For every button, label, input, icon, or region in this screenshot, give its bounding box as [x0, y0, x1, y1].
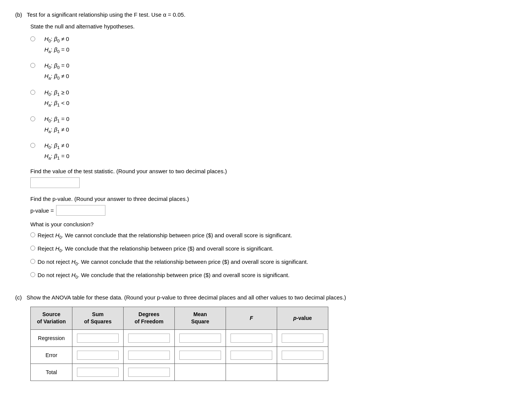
conclusion-option-3[interactable]: Do not reject H0. We cannot conclude tha…: [30, 258, 490, 267]
h0-3: H0: β1 ≥ 0: [44, 88, 69, 98]
part-c-intro: Show the ANOVA table for these data. (Ro…: [27, 294, 346, 301]
cell-error-ss[interactable]: [72, 346, 124, 364]
hypothesis-option-1[interactable]: H0: β0 ≠ 0 Ha: β0 = 0: [30, 34, 490, 55]
part-c-label: (c): [15, 294, 22, 301]
ha-4: Ha: β1 ≠ 0: [44, 125, 69, 135]
col-header-dof: Degreesof Freedom: [124, 307, 175, 329]
ha-1: Ha: β0 = 0: [44, 45, 69, 55]
col-header-mean: MeanSquare: [175, 307, 226, 329]
hypothesis-pair-4: H0: β1 = 0 Ha: β1 ≠ 0: [44, 114, 69, 135]
col-header-f: F: [226, 307, 277, 329]
part-b-header: (b) Test for a significant relationship …: [15, 11, 490, 18]
input-error-f[interactable]: [231, 351, 272, 360]
cell-error-ms[interactable]: [175, 346, 226, 364]
conclusion-option-1[interactable]: Reject H0. We cannot conclude that the r…: [30, 231, 490, 241]
input-total-dof[interactable]: [128, 368, 170, 377]
conclusion-radio-4[interactable]: [30, 272, 35, 277]
hypothesis-radio-2[interactable]: [30, 63, 35, 68]
test-stat-block: Find the value of the test statistic. (R…: [30, 168, 490, 188]
input-error-pvalue[interactable]: [282, 351, 323, 360]
cell-error-dof[interactable]: [124, 346, 175, 364]
cell-total-dof[interactable]: [124, 364, 175, 381]
hypothesis-radio-3[interactable]: [30, 90, 35, 95]
cell-total-ms[interactable]: [175, 364, 226, 381]
ha-5: Ha: β1 = 0: [44, 151, 69, 162]
row-label-total: Total: [31, 364, 72, 381]
pvalue-input[interactable]: [56, 205, 105, 216]
col-header-source: Sourceof Variation: [31, 307, 72, 329]
cell-regression-pvalue[interactable]: [277, 329, 328, 346]
conclusion-radio-3[interactable]: [30, 259, 35, 264]
part-b-label: (b): [15, 11, 22, 18]
part-c-header: (c) Show the ANOVA table for these data.…: [15, 294, 490, 301]
input-error-ss[interactable]: [77, 351, 119, 360]
conclusion-block: What is your conclusion? Reject H0. We c…: [30, 221, 490, 281]
input-regression-ss[interactable]: [77, 334, 119, 343]
h0-4: H0: β1 = 0: [44, 114, 69, 125]
conclusion-option-2[interactable]: Reject H0. We conclude that the relation…: [30, 244, 490, 254]
hypothesis-option-5[interactable]: H0: β1 ≠ 0 Ha: β1 = 0: [30, 141, 490, 162]
part-b-intro: Test for a significant relationship usin…: [27, 11, 185, 18]
cell-regression-f[interactable]: [226, 329, 277, 346]
part-c-section: (c) Show the ANOVA table for these data.…: [15, 294, 490, 381]
find-pvalue-label: Find the p-value. (Round your answer to …: [30, 196, 490, 202]
input-regression-pvalue[interactable]: [282, 334, 323, 343]
cell-regression-ss[interactable]: [72, 329, 124, 346]
input-total-ss[interactable]: [77, 368, 119, 377]
hypothesis-option-2[interactable]: H0: β0 = 0 Ha: β0 ≠ 0: [30, 61, 490, 82]
conclusion-prompt: What is your conclusion?: [30, 221, 490, 227]
cell-total-ss[interactable]: [72, 364, 124, 381]
ha-2: Ha: β0 ≠ 0: [44, 71, 69, 82]
input-error-ms[interactable]: [179, 351, 221, 360]
hypothesis-pair-3: H0: β1 ≥ 0 Ha: β1 < 0: [44, 88, 69, 109]
hypothesis-option-4[interactable]: H0: β1 = 0 Ha: β1 ≠ 0: [30, 114, 490, 135]
anova-row-total: Total: [31, 364, 328, 381]
conclusion-radio-1[interactable]: [30, 232, 35, 237]
anova-header-row: Sourceof Variation Sumof Squares Degrees…: [31, 307, 328, 329]
find-test-stat-label: Find the value of the test statistic. (R…: [30, 168, 490, 174]
input-regression-dof[interactable]: [128, 334, 170, 343]
part-b-section: (b) Test for a significant relationship …: [15, 11, 490, 281]
cell-regression-ms[interactable]: [175, 329, 226, 346]
col-header-sum: Sumof Squares: [72, 307, 124, 329]
test-stat-input[interactable]: [30, 177, 80, 188]
hypothesis-radio-1[interactable]: [30, 36, 35, 41]
cell-total-f: [226, 364, 277, 381]
conclusion-text-1: Reject H0. We cannot conclude that the r…: [38, 231, 292, 241]
hypothesis-pair-2: H0: β0 = 0 Ha: β0 ≠ 0: [44, 61, 69, 82]
hypothesis-radio-5[interactable]: [30, 143, 35, 148]
conclusion-option-4[interactable]: Do not reject H0. We conclude that the r…: [30, 271, 490, 281]
hypothesis-option-3[interactable]: H0: β1 ≥ 0 Ha: β1 < 0: [30, 88, 490, 109]
anova-table: Sourceof Variation Sumof Squares Degrees…: [30, 307, 328, 381]
hypothesis-pair-1: H0: β0 ≠ 0 Ha: β0 = 0: [44, 34, 69, 55]
col-header-pvalue: p-value: [277, 307, 328, 329]
h0-2: H0: β0 = 0: [44, 61, 69, 71]
conclusion-text-2: Reject H0. We conclude that the relation…: [38, 244, 273, 254]
anova-row-error: Error: [31, 346, 328, 364]
hypothesis-pair-5: H0: β1 ≠ 0 Ha: β1 = 0: [44, 141, 69, 162]
conclusion-text-4: Do not reject H0. We conclude that the r…: [38, 271, 290, 281]
row-label-error: Error: [31, 346, 72, 364]
anova-row-regression: Regression: [31, 329, 328, 346]
row-label-regression: Regression: [31, 329, 72, 346]
conclusion-text-3: Do not reject H0. We cannot conclude tha…: [38, 258, 308, 267]
hypothesis-radio-4[interactable]: [30, 116, 35, 121]
ha-3: Ha: β1 < 0: [44, 98, 69, 109]
cell-error-f[interactable]: [226, 346, 277, 364]
cell-regression-dof[interactable]: [124, 329, 175, 346]
pvalue-block: Find the p-value. (Round your answer to …: [30, 196, 490, 216]
input-regression-f[interactable]: [231, 334, 272, 343]
anova-table-wrapper: Sourceof Variation Sumof Squares Degrees…: [30, 307, 490, 381]
input-regression-ms[interactable]: [179, 334, 221, 343]
pvalue-input-line: p-value =: [30, 205, 490, 216]
pvalue-label: p-value =: [30, 207, 54, 214]
cell-error-pvalue[interactable]: [277, 346, 328, 364]
h0-1: H0: β0 ≠ 0: [44, 34, 69, 45]
state-hyp-label: State the null and alternative hypothese…: [30, 23, 490, 30]
h0-5: H0: β1 ≠ 0: [44, 141, 69, 151]
cell-total-pvalue: [277, 364, 328, 381]
conclusion-radio-2[interactable]: [30, 246, 35, 251]
input-error-dof[interactable]: [128, 351, 170, 360]
